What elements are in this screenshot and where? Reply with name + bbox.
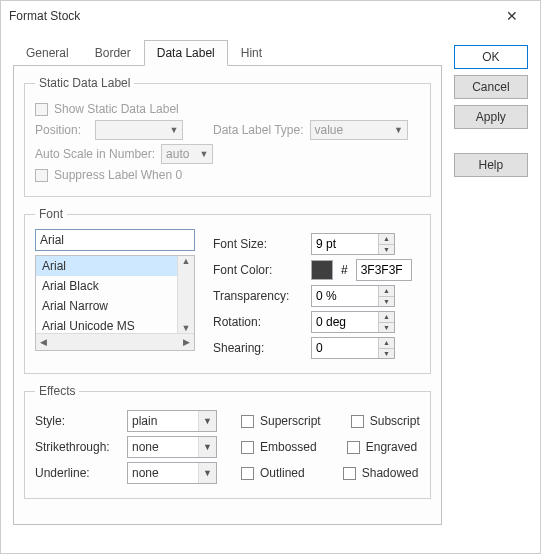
vertical-scrollbar[interactable]: ▲▼ <box>177 256 194 333</box>
font-size-label: Font Size: <box>213 237 305 251</box>
chevron-down-icon[interactable]: ▼ <box>379 297 394 307</box>
chevron-down-icon[interactable]: ▼ <box>379 323 394 333</box>
list-item[interactable]: Arial Narrow <box>36 296 194 316</box>
show-static-label: Show Static Data Label <box>54 102 179 116</box>
position-combo: ▼ <box>95 120 183 140</box>
chevron-down-icon: ▼ <box>182 323 191 333</box>
rotation-label: Rotation: <box>213 315 305 329</box>
chevron-up-icon[interactable]: ▲ <box>379 312 394 323</box>
transparency-label: Transparency: <box>213 289 305 303</box>
effects-group: Effects Style: plain▼ Superscript Subscr… <box>24 384 431 499</box>
tab-bar: General Border Data Label Hint <box>13 40 442 66</box>
strikethrough-combo[interactable]: none▼ <box>127 436 217 458</box>
chevron-right-icon: ▶ <box>183 337 190 347</box>
ok-button[interactable]: OK <box>454 45 528 69</box>
tab-hint[interactable]: Hint <box>228 40 275 66</box>
suppress-label: Suppress Label When 0 <box>54 168 182 182</box>
chevron-down-icon: ▼ <box>391 125 407 135</box>
autoscale-label: Auto Scale in Number: <box>35 147 155 161</box>
horizontal-scrollbar[interactable]: ◀▶ <box>36 333 194 350</box>
subscript-label: Subscript <box>370 414 420 428</box>
tab-general[interactable]: General <box>13 40 82 66</box>
dialog-window: Format Stock ✕ General Border Data Label… <box>0 0 541 554</box>
chevron-up-icon[interactable]: ▲ <box>379 234 394 245</box>
data-label-type-combo: value▼ <box>310 120 408 140</box>
close-button[interactable]: ✕ <box>492 2 532 30</box>
superscript-checkbox[interactable] <box>241 415 254 428</box>
outlined-checkbox[interactable] <box>241 467 254 480</box>
shadowed-checkbox[interactable] <box>343 467 356 480</box>
list-item[interactable]: Arial <box>36 256 194 276</box>
embossed-checkbox[interactable] <box>241 441 254 454</box>
rotation-spinner[interactable]: 0 deg▲▼ <box>311 311 395 333</box>
position-label: Position: <box>35 123 89 137</box>
window-title: Format Stock <box>9 9 492 23</box>
tab-page: Static Data Label Show Static Data Label… <box>13 65 442 525</box>
font-list[interactable]: Arial Arial Black Arial Narrow Arial Uni… <box>35 255 195 351</box>
style-label: Style: <box>35 414 121 428</box>
help-button[interactable]: Help <box>454 153 528 177</box>
shearing-spinner[interactable]: 0▲▼ <box>311 337 395 359</box>
static-legend: Static Data Label <box>35 76 134 90</box>
static-data-label-group: Static Data Label Show Static Data Label… <box>24 76 431 197</box>
chevron-up-icon: ▲ <box>182 256 191 266</box>
font-group: Font Arial Arial Arial Black Arial Narro… <box>24 207 431 374</box>
shadowed-label: Shadowed <box>362 466 419 480</box>
engraved-label: Engraved <box>366 440 417 454</box>
transparency-spinner[interactable]: 0 %▲▼ <box>311 285 395 307</box>
effects-legend: Effects <box>35 384 79 398</box>
font-size-spinner[interactable]: 9 pt▲▼ <box>311 233 395 255</box>
chevron-down-icon: ▼ <box>198 463 216 483</box>
subscript-checkbox[interactable] <box>351 415 364 428</box>
chevron-down-icon: ▼ <box>196 149 212 159</box>
underline-combo[interactable]: none▼ <box>127 462 217 484</box>
chevron-up-icon[interactable]: ▲ <box>379 338 394 349</box>
superscript-label: Superscript <box>260 414 321 428</box>
autoscale-combo: auto▼ <box>161 144 213 164</box>
chevron-down-icon: ▼ <box>198 411 216 431</box>
chevron-down-icon: ▼ <box>198 437 216 457</box>
hash-label: # <box>341 263 348 277</box>
list-item[interactable]: Arial Black <box>36 276 194 296</box>
shearing-label: Shearing: <box>213 341 305 355</box>
underline-label: Underline: <box>35 466 121 480</box>
style-combo[interactable]: plain▼ <box>127 410 217 432</box>
tab-border[interactable]: Border <box>82 40 144 66</box>
suppress-checkbox <box>35 169 48 182</box>
color-swatch[interactable] <box>311 260 333 280</box>
chevron-left-icon: ◀ <box>40 337 47 347</box>
data-label-type-label: Data Label Type: <box>213 123 304 137</box>
color-hex-input[interactable]: 3F3F3F <box>356 259 412 281</box>
apply-button[interactable]: Apply <box>454 105 528 129</box>
engraved-checkbox[interactable] <box>347 441 360 454</box>
strikethrough-label: Strikethrough: <box>35 440 121 454</box>
outlined-label: Outlined <box>260 466 305 480</box>
font-name-input[interactable]: Arial <box>35 229 195 251</box>
cancel-button[interactable]: Cancel <box>454 75 528 99</box>
show-static-checkbox <box>35 103 48 116</box>
embossed-label: Embossed <box>260 440 317 454</box>
font-color-label: Font Color: <box>213 263 305 277</box>
font-legend: Font <box>35 207 67 221</box>
button-column: OK Cancel Apply Help <box>454 39 528 525</box>
chevron-down-icon[interactable]: ▼ <box>379 349 394 359</box>
tab-data-label[interactable]: Data Label <box>144 40 228 66</box>
chevron-up-icon[interactable]: ▲ <box>379 286 394 297</box>
chevron-down-icon: ▼ <box>166 125 182 135</box>
titlebar: Format Stock ✕ <box>1 1 540 31</box>
chevron-down-icon[interactable]: ▼ <box>379 245 394 255</box>
